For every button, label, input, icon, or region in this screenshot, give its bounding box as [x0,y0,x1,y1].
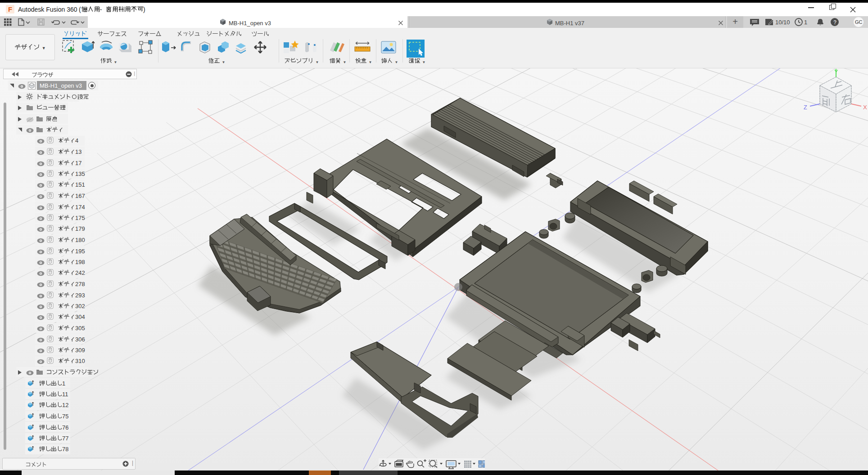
svg-text:13: 13 [75,149,81,155]
svg-text:10/10: 10/10 [775,19,790,26]
svg-text:195: 195 [75,248,85,255]
svg-text:135: 135 [75,171,85,177]
svg-text:180: 180 [75,237,85,243]
svg-text:306: 306 [75,336,85,343]
svg-text:(: ( [79,6,81,13]
svg-text:198: 198 [75,259,85,265]
svg-text:GC: GC [855,19,863,25]
svg-text:76: 76 [62,425,68,431]
svg-text:-: - [100,6,102,13]
svg-text:17: 17 [75,160,81,166]
svg-text:75: 75 [62,413,68,420]
svg-text:167: 167 [75,193,85,199]
svg-text:?: ? [833,19,836,26]
svg-text:305: 305 [75,325,85,332]
svg-text:11: 11 [62,391,68,398]
svg-text:77: 77 [62,435,68,442]
svg-text:): ) [144,6,146,13]
svg-text:174: 174 [75,204,85,211]
svg-text:Y: Y [834,68,838,75]
svg-text:Z: Z [804,104,807,111]
svg-text:179: 179 [75,226,85,232]
svg-text:X: X [863,104,867,111]
svg-text:1: 1 [62,381,65,387]
svg-text:175: 175 [75,215,85,221]
svg-text:304: 304 [75,314,85,320]
svg-text:151: 151 [75,182,85,188]
svg-text:12: 12 [62,402,68,408]
svg-text:293: 293 [75,292,85,299]
svg-text:278: 278 [75,281,85,287]
svg-text:242: 242 [75,270,85,276]
svg-text:78: 78 [62,446,68,453]
svg-text:4: 4 [75,138,78,144]
svg-text:302: 302 [75,303,85,309]
svg-text:309: 309 [75,347,85,354]
svg-text:310: 310 [75,358,85,364]
svg-text:1: 1 [804,19,807,26]
